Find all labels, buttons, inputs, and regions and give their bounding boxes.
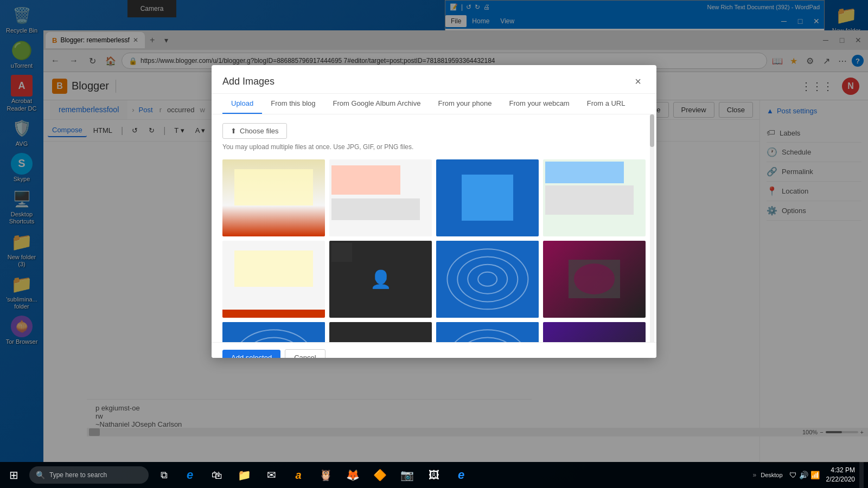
taskbar-explorer-icon[interactable]: 📁	[231, 462, 257, 488]
search-input[interactable]	[49, 471, 136, 479]
desktop: 🗑️ Recycle Bin 🟢 uTorrent A Acrobat Read…	[0, 0, 868, 488]
image-thumb-2[interactable]	[329, 159, 432, 236]
person-thumb-icon-2: 👤	[329, 322, 432, 343]
taskbar: ⊞ 🔍 ⧉ e 🛍 📁 ✉ a 🦉 🦊 🔶 📷 🖼 e » D	[0, 462, 868, 488]
modal-tab-from-url[interactable]: From a URL	[578, 94, 634, 114]
taskbar-edge-icon[interactable]: e	[177, 462, 203, 488]
task-view-btn[interactable]: ⧉	[151, 462, 177, 488]
taskbar-mail-icon[interactable]: ✉	[258, 462, 284, 488]
thumb-miniature	[331, 243, 352, 262]
modal-tab-from-blog[interactable]: From this blog	[262, 94, 324, 114]
upload-icon: ⬆	[231, 127, 237, 135]
concentric-thumb-3	[436, 322, 539, 343]
modal-footer: Add selected Cancel	[212, 342, 656, 358]
taskbar-clock[interactable]: 4:32 PM 2/22/2020	[826, 466, 855, 484]
modal-overlay: Add Images × Upload From this blog From …	[0, 0, 868, 488]
clock-time: 4:32 PM	[826, 466, 855, 475]
image-thumb-4[interactable]	[543, 159, 646, 236]
concentric-thumb-2	[222, 322, 325, 343]
add-images-modal: Add Images × Upload From this blog From …	[212, 65, 656, 358]
modal-title: Add Images	[222, 76, 275, 87]
taskbar-ie-icon[interactable]: e	[448, 462, 474, 488]
system-tray: 🛡 🔊 📶	[785, 471, 824, 479]
show-desktop-separator: »	[753, 471, 757, 479]
tray-network[interactable]: 📶	[810, 471, 820, 479]
image-thumb-12[interactable]: 📅	[543, 322, 646, 343]
modal-scrollbar-track[interactable]	[650, 114, 654, 342]
modal-tab-upload[interactable]: Upload	[222, 94, 262, 114]
taskbar-app-icons: e 🛍 📁 ✉ a 🦉 🦊 🔶 📷 🖼 e	[177, 462, 474, 488]
concentric-thumb	[436, 241, 539, 318]
search-icon: 🔍	[36, 471, 45, 479]
modal-body: ⬆ Choose files You may upload multiple f…	[212, 114, 656, 342]
image-thumb-6[interactable]: 👤	[329, 241, 432, 318]
image-thumb-8[interactable]	[543, 241, 646, 318]
image-thumb-7[interactable]	[436, 241, 539, 318]
taskbar-amazon-icon[interactable]: a	[285, 462, 311, 488]
image-thumb-9[interactable]: ▶	[222, 322, 325, 343]
image-grid: 👤	[222, 159, 646, 342]
image-thumb-3[interactable]	[436, 159, 539, 236]
tray-speaker[interactable]: 🔊	[799, 471, 808, 479]
taskbar-camera-icon[interactable]: 📷	[394, 462, 420, 488]
modal-tabs: Upload From this blog From Google Album …	[212, 94, 656, 114]
upload-hint: You may upload multiple files at once. U…	[222, 143, 646, 151]
modal-close-btn[interactable]: ×	[630, 74, 646, 89]
task-view-icon: ⧉	[161, 470, 168, 481]
modal-header: Add Images ×	[212, 65, 656, 94]
taskbar-firefox-icon[interactable]: 🦊	[340, 462, 366, 488]
image-thumb-11[interactable]	[436, 322, 539, 343]
image-thumb-10[interactable]: 👤	[329, 322, 432, 343]
show-desktop-btn[interactable]	[859, 462, 864, 488]
start-button[interactable]: ⊞	[0, 462, 27, 488]
image-thumb-5[interactable]	[222, 241, 325, 318]
modal-tab-from-phone[interactable]: From your phone	[429, 94, 500, 114]
choose-files-btn[interactable]: ⬆ Choose files	[222, 123, 287, 139]
image-thumb-1[interactable]	[222, 159, 325, 236]
start-icon: ⊞	[9, 468, 18, 481]
taskbar-vlc-icon[interactable]: 🔶	[367, 462, 393, 488]
modal-scrollbar-thumb[interactable]	[650, 114, 654, 147]
taskbar-store-icon[interactable]: 🛍	[204, 462, 230, 488]
taskbar-tripadvisor-icon[interactable]: 🦉	[312, 462, 339, 488]
cancel-button[interactable]: Cancel	[285, 349, 325, 358]
taskbar-photos-icon[interactable]: 🖼	[421, 462, 447, 488]
choose-files-label: Choose files	[240, 127, 279, 135]
modal-tab-from-google[interactable]: From Google Album Archive	[324, 94, 430, 114]
taskbar-search[interactable]: 🔍	[29, 466, 149, 484]
clock-date: 2/22/2020	[826, 475, 855, 484]
desktop-label: Desktop	[761, 472, 782, 478]
tray-shield: 🛡	[789, 471, 797, 479]
add-selected-button[interactable]: Add selected	[222, 350, 280, 358]
modal-tab-from-webcam[interactable]: From your webcam	[500, 94, 578, 114]
taskbar-right: » Desktop 🛡 🔊 📶 4:32 PM 2/22/2020	[753, 462, 868, 488]
